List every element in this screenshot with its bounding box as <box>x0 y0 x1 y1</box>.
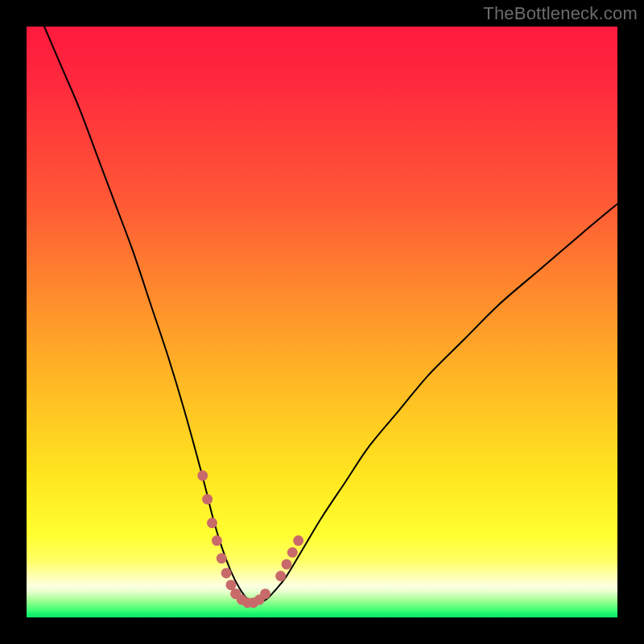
chart-stage: TheBottleneck.com <box>0 0 644 644</box>
curve-layer <box>27 27 617 617</box>
highlight-segment-bottom <box>236 594 266 603</box>
watermark-text: TheBottleneck.com <box>483 3 638 24</box>
plot-area <box>27 27 617 617</box>
bottleneck-curve <box>44 27 617 603</box>
